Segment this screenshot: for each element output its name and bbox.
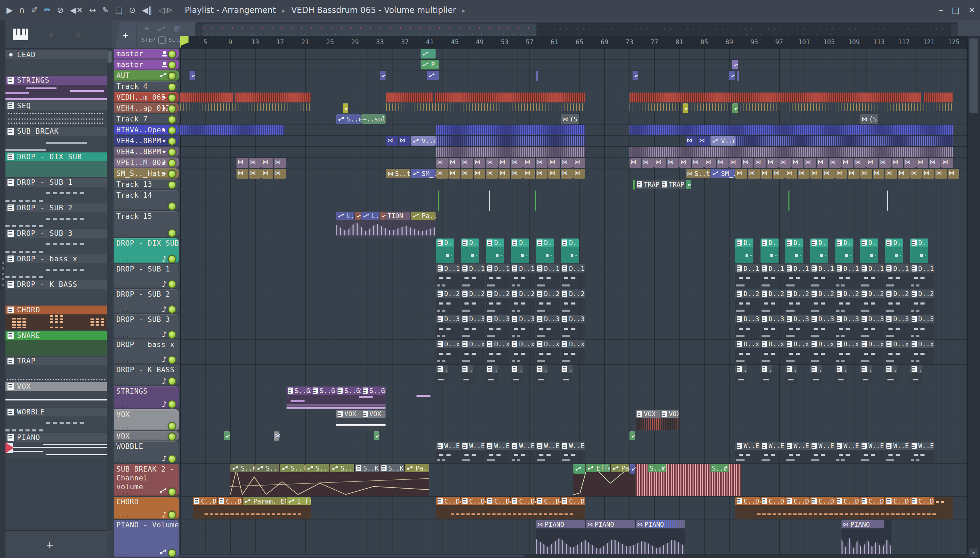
clip[interactable]: S..GS: [361, 387, 386, 395]
clip[interactable]: D..x: [760, 340, 785, 364]
clip[interactable]: ⋈: [461, 169, 473, 179]
track-header-22[interactable]: STRINGS...♪: [114, 386, 179, 409]
track-header-13[interactable]: Track 13: [114, 179, 179, 190]
play-icon[interactable]: ▶: [7, 5, 13, 15]
clip[interactable]: [190, 71, 195, 80]
clip[interactable]: ⋈: [929, 158, 941, 168]
clip[interactable]: ⋈: [249, 158, 261, 168]
pattern-item-piano[interactable]: PIANO: [5, 433, 107, 458]
clip[interactable]: D..1: [760, 264, 785, 289]
clip[interactable]: D..3: [810, 315, 834, 339]
clip[interactable]: ⋈: [848, 169, 860, 179]
clip[interactable]: ⋈: [904, 158, 916, 168]
clip[interactable]: [630, 92, 921, 102]
clip[interactable]: ⋈: [524, 169, 535, 179]
clip[interactable]: ⋈: [860, 169, 872, 179]
clip[interactable]: [729, 71, 735, 80]
track-options-dots[interactable]: ...: [117, 423, 130, 430]
clip[interactable]: D..2: [486, 290, 510, 314]
pattern-header[interactable]: SEQ: [5, 102, 107, 110]
clip[interactable]: [181, 92, 233, 102]
clip[interactable]: Pa..eq: [405, 464, 429, 472]
clip[interactable]: ⋈: [486, 158, 498, 168]
preview-tool-icon[interactable]: ◀‖: [142, 5, 152, 15]
clip[interactable]: D..3: [561, 315, 585, 339]
clip[interactable]: C..D: [810, 497, 834, 505]
clip[interactable]: ⋈: [873, 169, 885, 179]
clip[interactable]: ⋈: [573, 169, 585, 179]
clip[interactable]: .S: [461, 365, 473, 386]
track-options-dots[interactable]: ...: [117, 281, 130, 288]
clip[interactable]: [355, 212, 360, 220]
step-checkbox[interactable]: [158, 36, 166, 44]
track-header-5[interactable]: VEDH..m 065✦: [114, 92, 179, 102]
clip[interactable]: [887, 190, 888, 211]
clip[interactable]: D..x: [836, 340, 860, 364]
clip[interactable]: .S: [810, 365, 822, 386]
clip[interactable]: ⋈: [704, 158, 716, 168]
clip[interactable]: D..x: [486, 340, 510, 364]
clip[interactable]: ⋈: [399, 136, 411, 146]
clip[interactable]: D..x: [735, 340, 760, 364]
clip[interactable]: L..f: [361, 212, 379, 220]
vertical-scroll-thumb[interactable]: [969, 38, 978, 113]
pattern-item-drop-dix-sub[interactable]: DROP - DIX SUB: [5, 153, 107, 177]
track-mute-led[interactable]: [168, 159, 176, 167]
clip[interactable]: D..1: [486, 264, 510, 289]
clip[interactable]: [630, 464, 635, 474]
clip[interactable]: Pa..: [611, 464, 629, 472]
pattern-item-chord[interactable]: CHORD: [5, 305, 107, 330]
clip[interactable]: VOX: [635, 410, 660, 430]
clip[interactable]: [633, 71, 638, 80]
pattern-header[interactable]: PIANO: [5, 433, 107, 442]
clip[interactable]: D.: [536, 238, 554, 263]
clip[interactable]: ⋈PIANO: [842, 520, 885, 528]
clip[interactable]: D..2: [461, 290, 485, 314]
clip[interactable]: ⋈: [692, 158, 704, 168]
clip[interactable]: ⋈: [249, 169, 261, 179]
clip[interactable]: D..3: [461, 315, 485, 339]
track-options-dots[interactable]: ...: [117, 230, 130, 237]
track-mute-led[interactable]: [168, 115, 176, 124]
clip[interactable]: ⋈: [536, 158, 548, 168]
clip[interactable]: D..x: [910, 340, 934, 364]
playback-start-flag[interactable]: [181, 36, 189, 48]
clip[interactable]: ⋈: [791, 158, 803, 168]
clip[interactable]: ⋈: [448, 169, 460, 179]
clip[interactable]: D..2: [511, 290, 535, 314]
clip[interactable]: D..2: [836, 290, 860, 314]
clip[interactable]: ⋈PIANO: [536, 520, 585, 528]
clip[interactable]: [535, 190, 536, 211]
wave-icon[interactable]: ✦: [144, 25, 150, 33]
track-header-10[interactable]: VEH4..8BPM✦: [114, 147, 179, 157]
clip[interactable]: C..D: [486, 497, 510, 505]
horizontal-scrollbar[interactable]: [181, 554, 968, 558]
clip[interactable]: ⋈: [698, 136, 710, 146]
audio-tab-icon[interactable]: ✦: [47, 29, 56, 41]
track-mute-led[interactable]: [168, 148, 176, 156]
clip[interactable]: S..K: [230, 464, 254, 472]
pattern-item-drop-sub-2[interactable]: DROP - SUB 2: [5, 204, 107, 228]
track-header-23[interactable]: VOX...: [114, 409, 179, 430]
track-header-7[interactable]: Track 7: [114, 114, 179, 124]
clip[interactable]: C..D: [860, 497, 885, 505]
clip[interactable]: ⋈: [836, 169, 847, 179]
pattern-header[interactable]: DROP - SUB 3: [5, 229, 107, 238]
clip[interactable]: [343, 103, 348, 113]
clip[interactable]: [788, 190, 790, 211]
clip[interactable]: [630, 125, 953, 135]
clip[interactable]: ⋈: [274, 432, 279, 441]
clip[interactable]: D..2: [860, 290, 885, 314]
clip[interactable]: [732, 60, 738, 69]
clip[interactable]: S..ff: [280, 464, 304, 472]
clip[interactable]: .S: [536, 365, 548, 386]
track-mute-led[interactable]: [168, 511, 176, 519]
track-header-20[interactable]: DROP - bass x...♪: [114, 340, 179, 364]
clip[interactable]: ⋈: [798, 169, 810, 179]
clip[interactable]: .S: [860, 365, 872, 386]
clip[interactable]: ⋈: [785, 169, 797, 179]
clip[interactable]: W..E: [836, 441, 860, 463]
clip[interactable]: D..1: [785, 264, 809, 289]
clip[interactable]: ⋈: [436, 158, 448, 168]
clip[interactable]: [386, 103, 585, 111]
